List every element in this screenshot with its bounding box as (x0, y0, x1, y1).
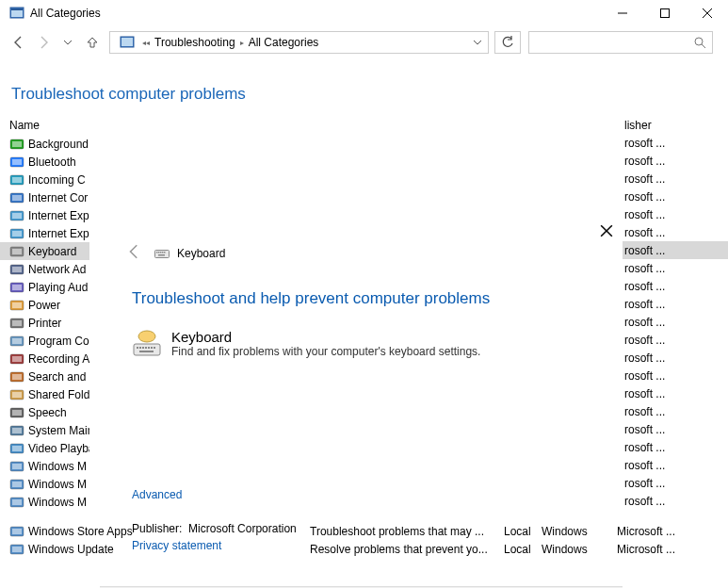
svg-point-62 (138, 331, 155, 342)
up-button[interactable] (81, 31, 104, 54)
list-item[interactable]: Playing Aud (0, 278, 89, 296)
list-item[interactable]: Windows M (0, 475, 89, 493)
svg-rect-8 (121, 38, 133, 46)
address-dropdown[interactable] (473, 37, 482, 50)
svg-rect-26 (12, 267, 22, 272)
list-item[interactable]: Recording A (0, 350, 89, 368)
item-icon (9, 244, 24, 259)
item-label: Internet Cor (28, 191, 88, 204)
list-item[interactable]: Speech (0, 403, 89, 421)
svg-rect-2 (11, 8, 23, 10)
svg-rect-20 (12, 213, 22, 219)
recent-dropdown[interactable] (57, 31, 79, 54)
svg-rect-56 (156, 252, 158, 253)
svg-rect-42 (12, 410, 22, 416)
title-bar: All Categories (0, 0, 728, 26)
svg-rect-44 (12, 428, 22, 433)
column-header-publisher[interactable]: lisher (617, 117, 728, 134)
dialog-crumb: Keyboard (177, 247, 225, 260)
maximize-button[interactable] (643, 0, 686, 26)
list-item[interactable]: Windows M (0, 457, 89, 475)
breadcrumb-root[interactable]: Troubleshooting (152, 36, 238, 49)
svg-rect-52 (12, 499, 22, 505)
publisher-cell: rosoft ... (617, 438, 728, 456)
publisher-cell: rosoft ... (617, 313, 728, 331)
publisher-cell: rosoft ... (617, 188, 728, 205)
search-input[interactable] (528, 31, 713, 54)
refresh-button[interactable] (494, 31, 521, 54)
item-desc: Resolve problems that prevent yo... (310, 543, 504, 556)
item-label: Speech (28, 406, 67, 419)
list-item[interactable]: Internet Exp (0, 224, 89, 242)
svg-rect-36 (12, 356, 22, 362)
back-button[interactable] (8, 31, 30, 54)
svg-point-9 (695, 38, 703, 45)
item-icon (9, 298, 24, 313)
list-item[interactable]: System Main (0, 421, 89, 439)
publisher-cell: rosoft ... (617, 384, 728, 402)
keyboard-large-icon (132, 329, 162, 359)
list-item[interactable]: Windows M (0, 493, 89, 511)
item-label: Bluetooth (28, 155, 76, 169)
advanced-link[interactable]: Advanced (100, 488, 182, 501)
item-icon (9, 441, 24, 456)
dialog-item-desc: Find and fix problems with your computer… (171, 345, 480, 358)
svg-rect-75 (12, 547, 22, 552)
dialog-title: Troubleshoot and help prevent computer p… (100, 263, 623, 321)
list-item[interactable]: Internet Cor (0, 188, 89, 206)
list-item[interactable]: Video Playba (0, 439, 89, 457)
breadcrumb-leaf[interactable]: All Categories (246, 36, 322, 49)
item-icon (9, 262, 24, 277)
list-item[interactable]: Keyboard (0, 242, 89, 260)
item-category: Windows (542, 525, 617, 538)
list-item[interactable]: Incoming C (0, 171, 89, 188)
item-location: Local (504, 543, 542, 556)
address-bar[interactable]: ◂◂ Troubleshooting ▸ All Categories (109, 31, 489, 54)
item-icon (9, 280, 24, 295)
item-icon (9, 423, 24, 438)
dialog-close-button[interactable] (600, 224, 617, 241)
item-label: Recording A (28, 352, 89, 366)
dialog-back-button[interactable] (126, 243, 143, 263)
publisher-cell: rosoft ... (617, 259, 728, 277)
svg-rect-16 (12, 177, 22, 183)
svg-rect-73 (12, 529, 22, 534)
chevron-right-icon[interactable]: ▸ (238, 39, 246, 47)
svg-rect-64 (137, 347, 138, 349)
list-item[interactable]: Power (0, 296, 89, 314)
item-label: System Main (28, 424, 89, 437)
list-item[interactable]: Internet Exp (0, 206, 89, 224)
forward-button[interactable] (32, 31, 55, 54)
list-item[interactable]: Network Ad (0, 260, 89, 278)
list-item[interactable]: Printer (0, 314, 89, 332)
item-icon (9, 137, 24, 152)
item-label: Playing Aud (28, 281, 88, 294)
close-button[interactable] (686, 0, 728, 26)
list-item[interactable]: Windows UpdateResolve problems that prev… (8, 540, 720, 558)
list-item[interactable]: Windows Store AppsTroubleshoot problems … (8, 522, 720, 540)
list-item[interactable]: Bluetooth (0, 153, 89, 171)
list-item[interactable]: Program Co (0, 332, 89, 350)
publisher-cell: rosoft ... (617, 349, 728, 367)
item-label: Windows M (28, 460, 87, 473)
item-label: Program Co (28, 335, 89, 348)
item-icon (9, 208, 24, 223)
item-icon (9, 155, 24, 170)
item-icon (9, 542, 24, 557)
list-item[interactable]: Background (0, 135, 89, 153)
item-label: Windows M (28, 496, 87, 509)
control-panel-icon (120, 35, 135, 50)
svg-rect-30 (12, 302, 22, 308)
list-item[interactable]: Search and I (0, 368, 89, 385)
list-item[interactable]: Shared Folde (0, 385, 89, 403)
svg-rect-22 (12, 231, 22, 237)
publisher-cell: rosoft ... (617, 241, 728, 259)
item-icon (9, 190, 24, 205)
toolbar: ◂◂ Troubleshooting ▸ All Categories (0, 26, 720, 58)
page-heading: Troubleshoot computer problems (0, 58, 728, 117)
minimize-button[interactable] (601, 0, 643, 26)
keyboard-icon (154, 246, 170, 261)
item-icon (9, 459, 24, 474)
item-label: Windows Update (28, 543, 114, 556)
item-icon (9, 524, 24, 539)
